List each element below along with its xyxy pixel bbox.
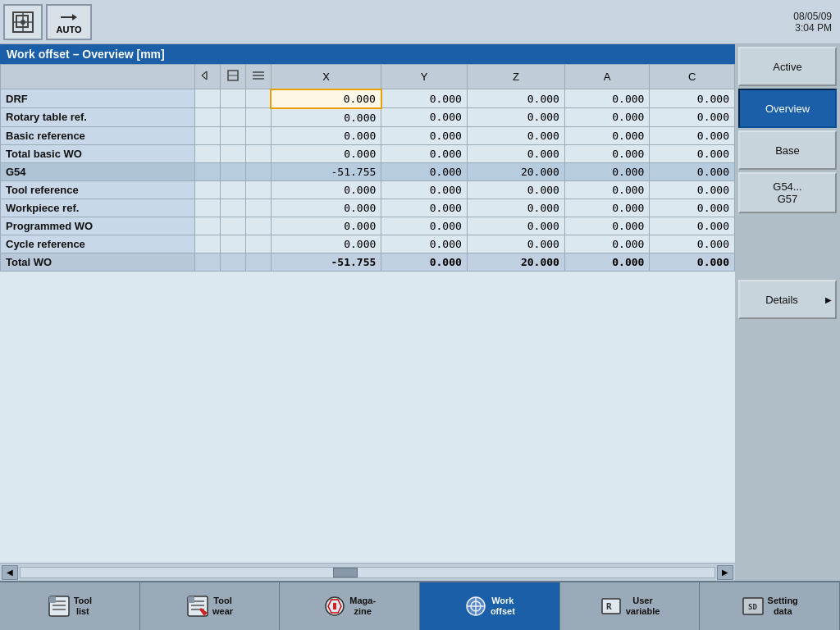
toolbar-btn-label-magazine: Maga-zine bbox=[349, 596, 376, 617]
cell-a-9: 0.000 bbox=[564, 253, 650, 271]
col-header-icon3 bbox=[245, 65, 271, 89]
cell-a-5: 0.000 bbox=[564, 180, 650, 199]
svg-line-7 bbox=[202, 71, 207, 75]
row-icon-col-2-8 bbox=[245, 235, 271, 253]
cell-c-2: 0.000 bbox=[650, 126, 735, 144]
toolbar-btn-magazine[interactable]: Maga-zine bbox=[280, 582, 420, 630]
cell-y-5: 0.000 bbox=[381, 180, 468, 199]
scroll-left-btn[interactable]: ◀ bbox=[2, 565, 18, 580]
svg-rect-28 bbox=[333, 603, 336, 609]
cell-z-5: 0.000 bbox=[467, 180, 564, 199]
auto-label: AUTO bbox=[57, 25, 82, 34]
cell-x-9[interactable]: -51.755 bbox=[271, 253, 381, 271]
toolbar-btn-setting-data[interactable]: SDSettingdata bbox=[700, 582, 840, 630]
row-icon-col-1-1 bbox=[220, 108, 245, 127]
cell-x-6[interactable]: 0.000 bbox=[271, 199, 381, 217]
row-label-8: Cycle reference bbox=[1, 235, 195, 253]
bottom-toolbar: ToollistToolwearMaga-zineWorkoffsetRUser… bbox=[0, 581, 840, 630]
scroll-track[interactable] bbox=[20, 567, 715, 578]
row-label-7: Programmed WO bbox=[1, 217, 195, 235]
cell-x-0[interactable]: 0.000 bbox=[271, 89, 381, 108]
cell-y-1: 0.000 bbox=[381, 108, 468, 127]
cell-a-1: 0.000 bbox=[564, 108, 650, 127]
row-label-4: G54 bbox=[1, 162, 195, 180]
row-label-3: Total basic WO bbox=[1, 144, 195, 162]
tool-list-icon bbox=[48, 595, 71, 618]
sidebar-btn-empty1[interactable] bbox=[738, 216, 837, 245]
col-header-icon1 bbox=[194, 65, 220, 89]
col-icon-1 bbox=[200, 68, 215, 83]
cell-z-7: 0.000 bbox=[467, 217, 564, 235]
row-icon-col-1-0 bbox=[220, 89, 245, 108]
row-icon-col-2-0 bbox=[245, 89, 271, 108]
cell-x-8[interactable]: 0.000 bbox=[271, 235, 381, 253]
cell-x-1[interactable]: 0.000 bbox=[271, 108, 381, 127]
scroll-right-btn[interactable]: ▶ bbox=[717, 565, 733, 580]
cell-x-4[interactable]: -51.755 bbox=[271, 162, 381, 180]
row-icon-col-1-9 bbox=[220, 253, 245, 271]
row-icon-col-0-9 bbox=[194, 253, 220, 271]
toolbar-btn-label-tool-wear: Toolwear bbox=[212, 596, 233, 617]
cell-x-5[interactable]: 0.000 bbox=[271, 180, 381, 199]
row-label-0: DRF bbox=[1, 89, 195, 108]
row-icon-col-1-3 bbox=[220, 144, 245, 162]
row-icon-col-1-8 bbox=[220, 235, 245, 253]
row-label-1: Rotary table ref. bbox=[1, 108, 195, 127]
cell-y-8: 0.000 bbox=[381, 235, 468, 253]
home-icon-btn[interactable] bbox=[3, 4, 43, 40]
sidebar-btn-overview[interactable]: Overview bbox=[738, 89, 837, 128]
cell-z-1: 0.000 bbox=[467, 108, 564, 127]
toolbar-btn-label-setting-data: Settingdata bbox=[768, 596, 798, 617]
sidebar-btn-active[interactable]: Active bbox=[738, 47, 837, 86]
col-header-x: X bbox=[271, 65, 381, 89]
svg-rect-19 bbox=[49, 596, 56, 603]
cell-x-3[interactable]: 0.000 bbox=[271, 144, 381, 162]
row-icon-col-1-6 bbox=[220, 199, 245, 217]
svg-point-4 bbox=[21, 20, 25, 25]
toolbar-btn-label-user-variable: Uservariable bbox=[626, 596, 660, 617]
cell-z-2: 0.000 bbox=[467, 126, 564, 144]
cell-c-9: 0.000 bbox=[650, 253, 735, 271]
toolbar-btn-tool-list[interactable]: Toollist bbox=[0, 582, 140, 630]
work-offset-icon bbox=[464, 595, 487, 618]
time-display: 3:04 PM bbox=[793, 22, 832, 34]
svg-rect-24 bbox=[188, 596, 194, 603]
svg-line-8 bbox=[202, 75, 207, 80]
toolbar-btn-user-variable[interactable]: RUservariable bbox=[560, 582, 701, 630]
row-icon-col-2-3 bbox=[245, 144, 271, 162]
toolbar-btn-label-tool-list: Toollist bbox=[74, 596, 92, 617]
col-icon-2 bbox=[226, 68, 240, 83]
cell-x-7[interactable]: 0.000 bbox=[271, 217, 381, 235]
table-wrapper: X Y Z A C DRF0.0000.0000.0000.0000.000Ro… bbox=[0, 64, 735, 563]
row-icon-col-2-2 bbox=[245, 126, 271, 144]
sidebar-btn-empty2[interactable] bbox=[738, 248, 837, 277]
row-icon-col-2-7 bbox=[245, 217, 271, 235]
row-icon-col-0-3 bbox=[194, 144, 220, 162]
cell-c-7: 0.000 bbox=[650, 217, 735, 235]
cell-c-1: 0.000 bbox=[650, 108, 735, 127]
tool-wear-icon bbox=[186, 595, 209, 618]
cell-x-2[interactable]: 0.000 bbox=[271, 126, 381, 144]
horizontal-scrollbar: ◀ ▶ bbox=[0, 563, 735, 581]
row-icon-col-0-1 bbox=[194, 108, 220, 127]
cell-y-2: 0.000 bbox=[381, 126, 468, 144]
sidebar-btn-details[interactable]: Details bbox=[738, 280, 837, 319]
scroll-thumb[interactable] bbox=[333, 568, 358, 578]
row-icon-col-2-1 bbox=[245, 108, 271, 127]
page-title: Work offset – Overview [mm] bbox=[0, 44, 735, 64]
cell-y-4: 0.000 bbox=[381, 162, 468, 180]
toolbar-btn-tool-wear[interactable]: Toolwear bbox=[140, 582, 281, 630]
row-label-2: Basic reference bbox=[1, 126, 195, 144]
col-header-y: Y bbox=[381, 65, 468, 89]
row-icon-col-0-5 bbox=[194, 180, 220, 199]
row-icon-col-1-4 bbox=[220, 162, 245, 180]
sidebar-btn-g54-g57[interactable]: G54...G57 bbox=[738, 172, 837, 213]
cell-a-3: 0.000 bbox=[564, 144, 650, 162]
sidebar-btn-base[interactable]: Base bbox=[738, 130, 837, 170]
auto-arrow-icon bbox=[59, 10, 79, 25]
top-bar: AUTO 08/05/09 3:04 PM bbox=[0, 0, 840, 44]
col-header-a: A bbox=[564, 65, 650, 89]
toolbar-btn-work-offset[interactable]: Workoffset bbox=[420, 582, 560, 630]
auto-mode-btn[interactable]: AUTO bbox=[46, 4, 92, 40]
row-icon-col-0-2 bbox=[194, 126, 220, 144]
